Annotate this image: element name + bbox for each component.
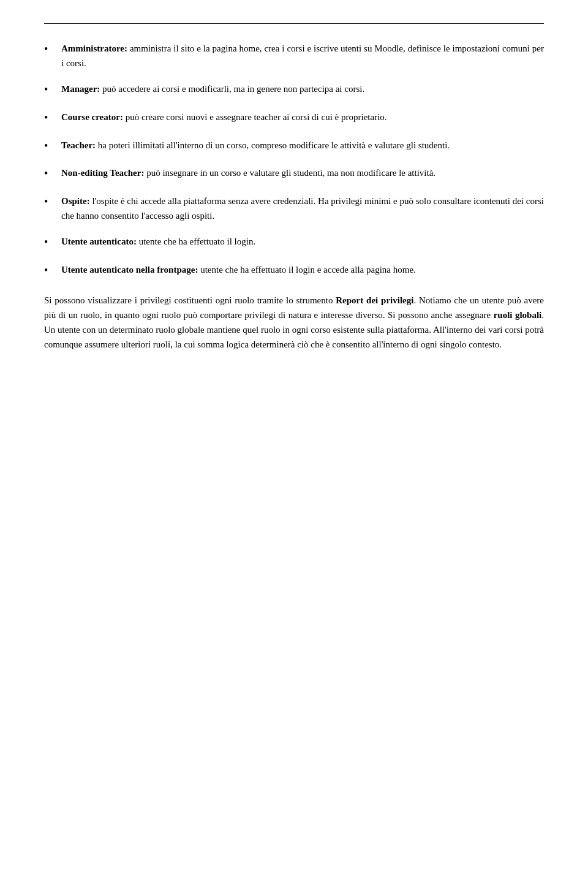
closing-paragraph: Si possono visualizzare i privilegi cost… bbox=[44, 293, 544, 352]
list-item: •Course creator: può creare corsi nuovi … bbox=[44, 110, 544, 127]
term-description: può creare corsi nuovi e assegnare teach… bbox=[123, 112, 387, 122]
list-item: •Amministratore: amministra il sito e la… bbox=[44, 41, 544, 70]
list-item: •Teacher: ha poteri illimitati all'inter… bbox=[44, 138, 544, 155]
term-description: utente che ha effettuato il login e acce… bbox=[198, 265, 415, 275]
term-description: l'ospite è chi accede alla piattaforma s… bbox=[61, 196, 544, 221]
bullet-content: Non-editing Teacher: può insegnare in un… bbox=[61, 165, 544, 180]
bullet-dot-icon: • bbox=[44, 137, 59, 155]
roles-list: •Amministratore: amministra il sito e la… bbox=[44, 41, 544, 279]
report-privilegi-bold: Report dei privilegi bbox=[336, 295, 413, 305]
bullet-content: Amministratore: amministra il sito e la … bbox=[61, 41, 544, 70]
bullet-content: Utente autenticato nella frontpage: uten… bbox=[61, 262, 544, 277]
bullet-dot-icon: • bbox=[44, 193, 59, 211]
bullet-content: Ospite: l'ospite è chi accede alla piatt… bbox=[61, 194, 544, 223]
list-item: •Utente autenticato nella frontpage: ute… bbox=[44, 262, 544, 279]
term-label: Amministratore: bbox=[61, 44, 127, 53]
page-header bbox=[44, 20, 544, 24]
list-item: •Utente autenticato: utente che ha effet… bbox=[44, 234, 544, 251]
bullet-dot-icon: • bbox=[44, 40, 59, 58]
closing-text: Si possono visualizzare i privilegi cost… bbox=[44, 293, 544, 352]
bullet-dot-icon: • bbox=[44, 81, 59, 99]
term-description: ha poteri illimitati all'interno di un c… bbox=[96, 140, 450, 150]
bullet-content: Teacher: ha poteri illimitati all'intern… bbox=[61, 138, 544, 153]
ruoli-globali-bold: ruoli globali bbox=[494, 310, 542, 320]
term-description: utente che ha effettuato il login. bbox=[137, 237, 255, 246]
bullet-content: Manager: può accedere ai corsi e modific… bbox=[61, 82, 544, 96]
bullet-content: Course creator: può creare corsi nuovi e… bbox=[61, 110, 544, 124]
term-label: Utente autenticato: bbox=[61, 237, 137, 246]
term-label: Ospite: bbox=[61, 196, 90, 206]
bullet-content: Utente autenticato: utente che ha effett… bbox=[61, 234, 544, 249]
bullet-dot-icon: • bbox=[44, 262, 59, 279]
list-item: •Ospite: l'ospite è chi accede alla piat… bbox=[44, 194, 544, 223]
bullet-dot-icon: • bbox=[44, 165, 59, 183]
bullet-dot-icon: • bbox=[44, 233, 59, 251]
term-label: Teacher: bbox=[61, 140, 96, 150]
term-description: amministra il sito e la pagina home, cre… bbox=[61, 44, 544, 68]
term-description: può insegnare in un corso e valutare gli… bbox=[144, 168, 435, 178]
term-label: Manager: bbox=[61, 84, 100, 94]
term-label: Non-editing Teacher: bbox=[61, 168, 144, 178]
list-item: •Non-editing Teacher: può insegnare in u… bbox=[44, 165, 544, 183]
term-label: Utente autenticato nella frontpage: bbox=[61, 265, 198, 275]
bullet-dot-icon: • bbox=[44, 109, 59, 127]
term-description: può accedere ai corsi e modificarli, ma … bbox=[100, 84, 364, 94]
list-item: •Manager: può accedere ai corsi e modifi… bbox=[44, 82, 544, 99]
term-label: Course creator: bbox=[61, 112, 123, 122]
page-container: •Amministratore: amministra il sito e la… bbox=[0, 0, 588, 389]
